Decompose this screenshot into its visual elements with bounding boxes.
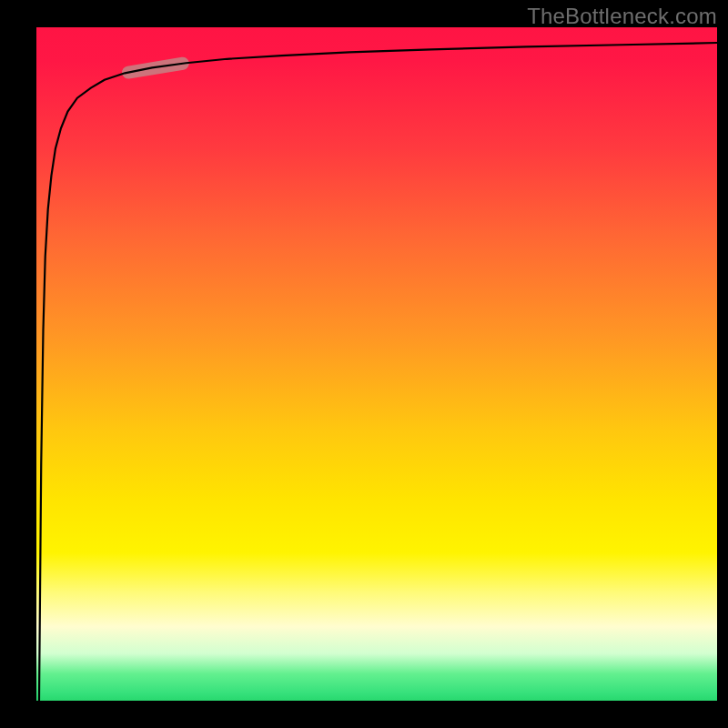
watermark-text: TheBottleneck.com: [527, 4, 717, 29]
plot-area: [36, 27, 717, 701]
y-axis: [33, 27, 36, 704]
chart-frame: TheBottleneck.com: [0, 0, 728, 728]
x-axis: [33, 701, 719, 704]
